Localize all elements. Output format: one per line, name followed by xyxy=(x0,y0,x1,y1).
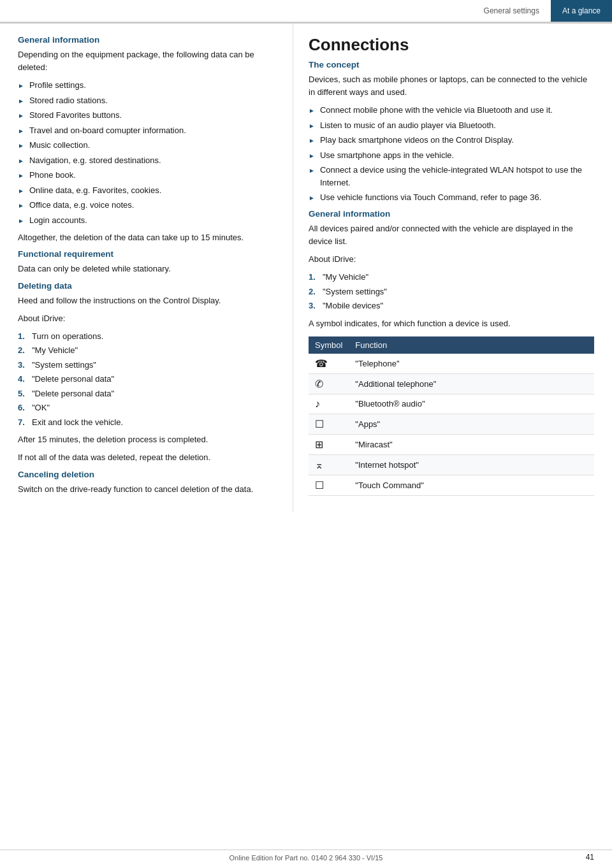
symbol-cell: ☎ xyxy=(309,354,349,374)
bullet-icon: ► xyxy=(309,106,315,115)
bullet-icon: ► xyxy=(18,216,24,226)
bullet-icon: ► xyxy=(18,186,24,196)
symbol-cell: ☐ xyxy=(309,475,349,495)
section-general-information: General information Depending on the equ… xyxy=(18,35,277,244)
list-item: ►Stored Favorites buttons. xyxy=(18,109,277,122)
functional-requirement-heading: Functional requirement xyxy=(18,249,277,259)
table-row: ✆"Additional telephone" xyxy=(309,373,594,394)
right-column: Connections The concept Devices, such as… xyxy=(293,24,612,512)
function-cell: "Touch Command" xyxy=(349,475,594,495)
table-row: ♪"Bluetooth® audio" xyxy=(309,394,594,414)
functional-requirement-text: Data can only be deleted while stationar… xyxy=(18,263,277,275)
section-deleting-data: Deleting data Heed and follow the instru… xyxy=(18,281,277,465)
symbol-col-header: Symbol xyxy=(309,336,349,354)
symbol-cell: ♪ xyxy=(309,394,349,414)
canceling-deletion-text: Switch on the drive-ready function to ca… xyxy=(18,483,277,496)
header-nav-at-a-glance[interactable]: At a glance xyxy=(551,0,612,22)
list-item: 3."System settings" xyxy=(18,359,277,372)
the-concept-bullets: ►Connect mobile phone with the vehicle v… xyxy=(309,104,594,204)
bullet-icon: ► xyxy=(309,136,315,145)
list-item: 4."Delete personal data" xyxy=(18,373,277,386)
list-item: 2."System settings" xyxy=(309,286,594,298)
symbol-table: Symbol Function ☎"Telephone"✆"Additional… xyxy=(309,336,594,496)
list-item: 1."My Vehicle" xyxy=(309,271,594,284)
list-item: ►Play back smartphone videos on the Cont… xyxy=(309,134,594,147)
list-item: ►Listen to music of an audio player via … xyxy=(309,119,594,132)
function-col-header: Function xyxy=(349,336,594,354)
deleting-data-outro2: If not all of the data was deleted, repe… xyxy=(18,451,277,464)
list-item: ►Connect a device using the vehicle-inte… xyxy=(309,164,594,189)
list-item: ►Use smartphone apps in the vehicle. xyxy=(309,149,594,162)
bullet-icon: ► xyxy=(18,141,24,150)
function-cell: "Additional telephone" xyxy=(349,373,594,394)
header-navigation: General settings At a glance xyxy=(472,0,612,22)
general-information-bullets: ►Profile settings. ►Stored radio station… xyxy=(18,79,277,226)
bullet-icon: ► xyxy=(309,193,315,203)
symbol-cell: ⊞ xyxy=(309,434,349,454)
list-item: ►Phone book. xyxy=(18,169,277,182)
deleting-data-heading: Deleting data xyxy=(18,281,277,291)
deleting-data-steps: 1.Turn on operations. 2."My Vehicle" 3."… xyxy=(18,330,277,429)
general-information-intro: Depending on the equipment package, the … xyxy=(18,48,277,74)
main-content: General information Depending on the equ… xyxy=(0,24,612,512)
list-item: 2."My Vehicle" xyxy=(18,344,277,357)
page-footer: Online Edition for Part no. 0140 2 964 3… xyxy=(0,850,612,862)
section-canceling-deletion: Canceling deletion Switch on the drive-r… xyxy=(18,470,277,496)
function-cell: "Internet hotspot" xyxy=(349,454,594,475)
list-item: ►Travel and on-board comupter informatio… xyxy=(18,124,277,137)
right-general-information-intro: All devices paired and/or connected with… xyxy=(309,222,594,248)
left-column: General information Depending on the equ… xyxy=(0,24,293,512)
table-row: ⌅"Internet hotspot" xyxy=(309,454,594,475)
general-information-heading: General information xyxy=(18,35,277,45)
list-item: 3."Mobile devices" xyxy=(309,300,594,312)
table-row: ☎"Telephone" xyxy=(309,354,594,374)
table-row: ⊞"Miracast" xyxy=(309,434,594,454)
the-concept-heading: The concept xyxy=(309,60,594,69)
list-item: 6."OK" xyxy=(18,401,277,414)
bullet-icon: ► xyxy=(309,166,315,175)
the-concept-intro: Devices, such as mobile phones or laptop… xyxy=(309,73,594,99)
table-row: ☐"Touch Command" xyxy=(309,475,594,495)
list-item: 5."Delete personal data" xyxy=(18,387,277,400)
bullet-icon: ► xyxy=(18,201,24,210)
function-cell: "Telephone" xyxy=(349,354,594,374)
list-item: ►Online data, e.g. Favorites, cookies. xyxy=(18,184,277,197)
function-cell: "Apps" xyxy=(349,414,594,434)
list-item: ►Office data, e.g. voice notes. xyxy=(18,199,277,212)
list-item: ►Login accounts. xyxy=(18,214,277,227)
right-general-information-outro: A symbol indicates, for which function a… xyxy=(309,317,594,330)
bullet-icon: ► xyxy=(18,156,24,166)
section-functional-requirement: Functional requirement Data can only be … xyxy=(18,249,277,275)
bullet-icon: ► xyxy=(18,111,24,120)
page-header: General settings At a glance xyxy=(0,0,612,23)
symbol-cell: ☐ xyxy=(309,414,349,434)
list-item: ►Use vehicle functions via Touch Command… xyxy=(309,191,594,204)
list-item: ►Profile settings. xyxy=(18,79,277,92)
bullet-icon: ► xyxy=(18,171,24,180)
list-item: ►Music collection. xyxy=(18,139,277,152)
table-row: ☐"Apps" xyxy=(309,414,594,434)
deleting-data-about: About iDrive: xyxy=(18,312,277,325)
list-item: 1.Turn on operations. xyxy=(18,330,277,343)
header-nav-general-settings[interactable]: General settings xyxy=(472,0,551,22)
symbol-cell: ✆ xyxy=(309,373,349,394)
symbol-cell: ⌅ xyxy=(309,454,349,475)
list-item: ►Connect mobile phone with the vehicle v… xyxy=(309,104,594,117)
connections-heading: Connections xyxy=(309,35,594,55)
right-general-information-about: About iDrive: xyxy=(309,253,594,266)
bullet-icon: ► xyxy=(18,81,24,90)
canceling-deletion-heading: Canceling deletion xyxy=(18,470,277,479)
section-right-general-information: General information All devices paired a… xyxy=(309,209,594,496)
right-general-information-steps: 1."My Vehicle" 2."System settings" 3."Mo… xyxy=(309,271,594,312)
list-item: ►Stored radio stations. xyxy=(18,94,277,107)
right-general-information-heading: General information xyxy=(309,209,594,219)
bullet-icon: ► xyxy=(309,151,315,161)
footer-text: Online Edition for Part no. 0140 2 964 3… xyxy=(229,854,383,862)
page-number: 41 xyxy=(586,853,594,862)
bullet-icon: ► xyxy=(309,121,315,131)
general-information-outro: Altogether, the deletion of the data can… xyxy=(18,231,277,244)
deleting-data-intro: Heed and follow the instructions on the … xyxy=(18,294,277,307)
function-cell: "Miracast" xyxy=(349,434,594,454)
deleting-data-outro1: After 15 minutes, the deletion process i… xyxy=(18,433,277,446)
bullet-icon: ► xyxy=(18,96,24,106)
